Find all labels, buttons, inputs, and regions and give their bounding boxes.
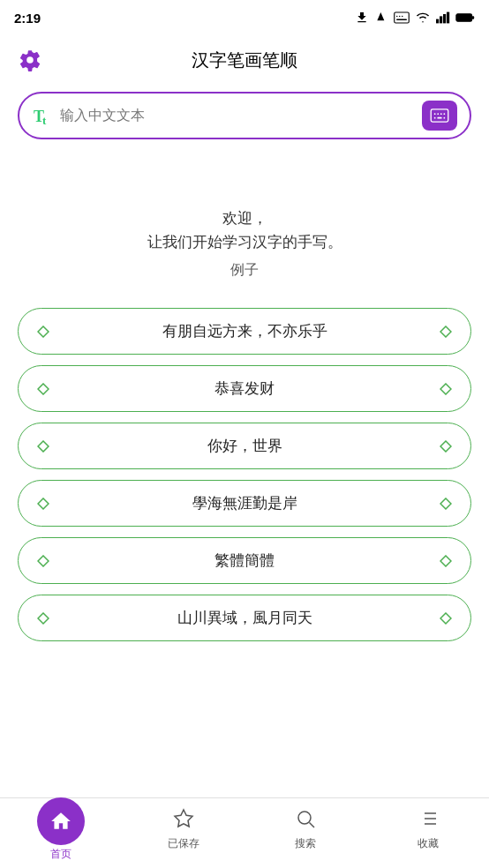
- svg-point-19: [434, 117, 436, 119]
- svg-point-15: [434, 113, 436, 115]
- status-time: 2:19: [14, 11, 41, 26]
- status-bar: 2:19: [0, 0, 489, 35]
- svg-rect-6: [440, 16, 442, 23]
- svg-point-35: [298, 812, 311, 824]
- svg-marker-22: [38, 326, 49, 337]
- examples-list: 有朋自远方来，不亦乐乎 恭喜发财 你好，世界: [18, 308, 471, 641]
- svg-point-17: [440, 113, 442, 115]
- nav-item-search[interactable]: 搜索: [244, 808, 367, 851]
- example-text-3: 你好，世界: [50, 436, 439, 456]
- svg-marker-29: [440, 498, 451, 509]
- diamond-right-6: [439, 611, 453, 625]
- svg-point-21: [443, 117, 445, 119]
- svg-marker-28: [38, 498, 49, 509]
- example-text-2: 恭喜发财: [50, 378, 439, 399]
- svg-marker-26: [38, 441, 49, 452]
- svg-rect-0: [395, 12, 410, 23]
- example-item-6[interactable]: 山川異域，風月同天: [18, 595, 471, 641]
- diamond-left-6: [36, 611, 50, 625]
- welcome-section: 欢迎， 让我们开始学习汉字的手写。 例子: [147, 206, 342, 280]
- diamond-right-2: [439, 382, 453, 396]
- text-format-icon: T t: [32, 105, 53, 126]
- search-bar[interactable]: T t: [18, 92, 471, 139]
- home-label: 首页: [50, 847, 71, 862]
- diamond-left-3: [36, 439, 50, 453]
- status-icons: [355, 11, 475, 25]
- saved-label: 已保存: [168, 836, 199, 851]
- wifi-icon: [415, 11, 431, 24]
- favorites-icon: [418, 808, 439, 833]
- svg-marker-23: [440, 326, 451, 337]
- search-label: 搜索: [295, 836, 316, 851]
- svg-rect-11: [457, 15, 471, 21]
- top-bar: 汉字笔画笔顺: [0, 35, 489, 85]
- svg-marker-31: [440, 556, 451, 566]
- diamond-left-4: [36, 497, 50, 511]
- diamond-right-4: [439, 497, 453, 511]
- svg-marker-30: [38, 556, 49, 566]
- nav-item-favorites[interactable]: 收藏: [367, 808, 490, 851]
- svg-point-18: [443, 113, 445, 115]
- svg-marker-24: [38, 384, 49, 394]
- example-text-6: 山川異域，風月同天: [50, 608, 439, 628]
- example-text-5: 繁體簡體: [50, 550, 439, 571]
- example-item-2[interactable]: 恭喜发财: [18, 365, 471, 412]
- svg-point-16: [437, 113, 439, 115]
- svg-rect-5: [436, 19, 439, 24]
- example-item-1[interactable]: 有朋自远方来，不亦乐乎: [18, 308, 471, 355]
- svg-marker-27: [440, 441, 451, 452]
- diamond-right-5: [439, 554, 453, 568]
- bottom-nav: 首页 已保存 搜索 收藏: [0, 797, 489, 868]
- home-icon: [49, 810, 72, 833]
- favorites-label: 收藏: [418, 836, 439, 851]
- example-item-3[interactable]: 你好，世界: [18, 423, 471, 469]
- svg-text:t: t: [42, 114, 47, 126]
- example-item-4[interactable]: 學海無涯勤是岸: [18, 480, 471, 527]
- battery-icon: [455, 12, 475, 23]
- diamond-left-1: [36, 325, 50, 339]
- svg-marker-32: [38, 613, 49, 624]
- font-icon: [374, 11, 388, 25]
- nav-item-home[interactable]: 首页: [0, 797, 123, 862]
- svg-rect-8: [447, 12, 449, 24]
- page-title: 汉字笔画笔顺: [192, 49, 297, 72]
- example-text-4: 學海無涯勤是岸: [50, 493, 439, 513]
- examples-label: 例子: [230, 261, 259, 280]
- example-item-5[interactable]: 繁體簡體: [18, 537, 471, 584]
- signal-icon: [436, 11, 450, 24]
- saved-icon: [173, 808, 194, 833]
- settings-button[interactable]: [14, 44, 46, 76]
- diamond-left-5: [36, 554, 50, 568]
- svg-rect-20: [437, 117, 441, 119]
- search-icon: [295, 808, 316, 833]
- svg-rect-10: [472, 16, 475, 19]
- welcome-text: 欢迎， 让我们开始学习汉字的手写。: [147, 206, 342, 254]
- keyboard-status-icon: [394, 11, 410, 24]
- svg-rect-7: [443, 14, 446, 23]
- nav-item-saved[interactable]: 已保存: [123, 808, 245, 851]
- search-input[interactable]: [60, 108, 415, 123]
- example-text-1: 有朋自远方来，不亦乐乎: [50, 321, 439, 341]
- svg-line-36: [310, 823, 315, 828]
- download-icon: [355, 11, 369, 25]
- svg-marker-34: [175, 810, 192, 827]
- svg-marker-25: [440, 384, 451, 394]
- diamond-right-1: [439, 325, 453, 339]
- home-icon-bg: [37, 797, 85, 845]
- diamond-left-2: [36, 382, 50, 396]
- main-content: 欢迎， 让我们开始学习汉字的手写。 例子 有朋自远方来，不亦乐乎 恭喜发财: [0, 153, 489, 797]
- keyboard-button[interactable]: [422, 101, 457, 131]
- svg-marker-33: [440, 613, 451, 624]
- diamond-right-3: [439, 439, 453, 453]
- search-bar-container: T t: [0, 85, 489, 153]
- svg-rect-14: [431, 109, 448, 122]
